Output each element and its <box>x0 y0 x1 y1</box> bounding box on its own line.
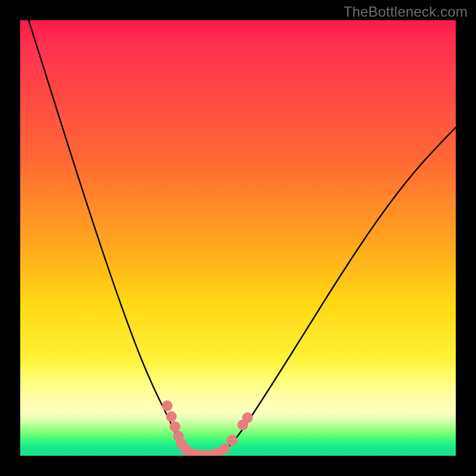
chart-frame: TheBottleneck.com <box>0 0 476 476</box>
curve-marker <box>220 443 230 454</box>
marker-group <box>162 400 253 456</box>
curve-marker <box>162 400 173 411</box>
plot-area <box>20 20 456 456</box>
bottleneck-curve <box>25 20 456 455</box>
curve-marker <box>227 435 237 446</box>
curve-marker <box>170 421 180 432</box>
attribution-label: TheBottleneck.com <box>343 4 468 20</box>
curve-layer <box>20 20 456 456</box>
curve-marker <box>242 412 253 423</box>
curve-marker <box>166 411 177 422</box>
